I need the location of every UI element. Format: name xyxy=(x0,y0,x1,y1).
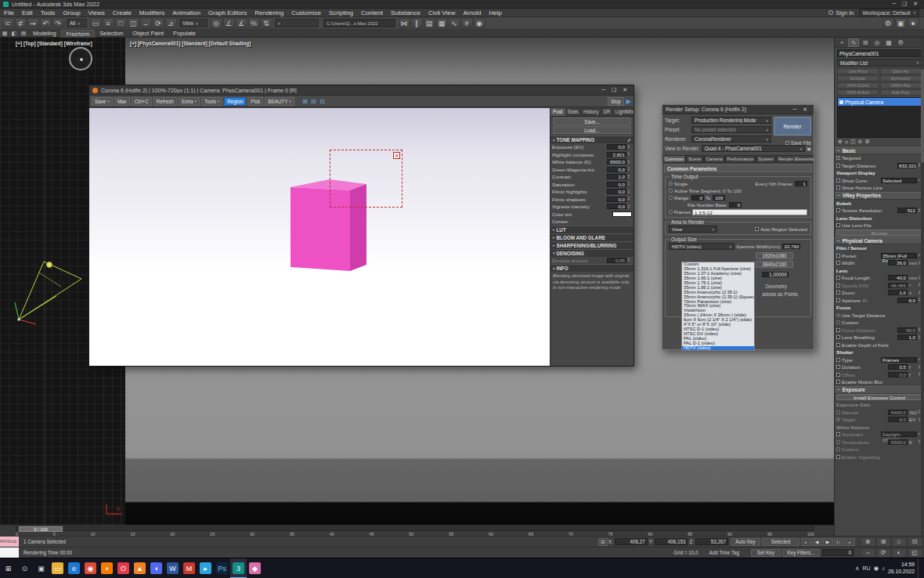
time-slider-track[interactable] xyxy=(16,526,814,531)
param-control[interactable] xyxy=(836,313,840,317)
region-close-icon[interactable]: ✕ xyxy=(393,152,400,159)
render-setup-dialog[interactable]: Render Setup: Corona 6 (Hotfix 2) ─ ✕ Ta… xyxy=(662,104,814,350)
param-control[interactable] xyxy=(836,208,840,212)
spinner[interactable]: ▴▾ xyxy=(628,258,632,262)
window-crossing-icon[interactable]: ◫ xyxy=(128,18,139,28)
vfb-load-config-button[interactable]: Load... xyxy=(553,126,631,134)
vfb-tab[interactable]: DR xyxy=(601,108,613,116)
taskbar-start-icon[interactable]: ⊞ xyxy=(0,558,16,578)
modifier-button[interactable]: Use Pivot xyxy=(837,68,879,74)
param-control[interactable] xyxy=(836,276,840,280)
frames-input[interactable]: 1,3,5-12 xyxy=(692,209,807,215)
param-row[interactable]: Enable Depth of Field ▴▾ xyxy=(835,341,924,349)
param-row[interactable]: Target Distance: 832,321 ▴▾ xyxy=(835,162,924,170)
region-select-icon[interactable]: □ xyxy=(115,18,127,28)
output-size-option[interactable]: HDTV (video) xyxy=(682,346,754,351)
param-row[interactable]: Zoom: 1,0 x ▴▾ xyxy=(835,289,924,297)
corona-minimize-icon[interactable]: ─ xyxy=(601,87,605,93)
param-row[interactable]: Custom ▴▾ xyxy=(835,446,924,453)
param-row[interactable]: Shutter ▴▾ xyxy=(835,349,924,356)
menu-item[interactable]: Group xyxy=(59,9,84,16)
select-link-icon[interactable]: ⊂ xyxy=(2,18,14,28)
select-by-name-icon[interactable]: ≡ xyxy=(103,18,114,28)
save-file-checkbox[interactable]: Save File xyxy=(785,140,811,146)
taskbar-word-icon[interactable]: W xyxy=(164,558,181,578)
param-row[interactable]: Texture Resolution 512 ▴▾ xyxy=(835,207,924,215)
selection-lock-icon[interactable]: ⊡ xyxy=(598,538,608,546)
key-filters-button[interactable]: Key Filters... xyxy=(782,549,820,557)
param-control[interactable] xyxy=(836,320,840,324)
target-dropdown[interactable]: Production Rendering Mode xyxy=(691,117,771,124)
render-setup-tab[interactable]: System xyxy=(756,155,776,162)
param-row[interactable]: Show Cone: Selected ▴▾ xyxy=(835,177,924,185)
menu-item[interactable]: Rendering xyxy=(251,9,287,16)
tone-row[interactable]: Exposure (EV) 0,0 ▴▾ xyxy=(550,143,633,151)
param-row[interactable]: Duration: 0,5 f ▴▾ xyxy=(835,363,924,371)
area-to-render-dropdown[interactable]: View xyxy=(669,226,717,233)
tone-row[interactable]: Filmic highlights: 0,0 ▴▾ xyxy=(550,188,633,196)
display-tab-icon[interactable]: ▦ xyxy=(883,38,894,47)
rollout-exposure[interactable]: −Exposure xyxy=(835,386,924,394)
file-number-base-field[interactable]: 0 xyxy=(729,202,742,208)
reference-coordinate-dropdown[interactable]: View xyxy=(179,19,208,27)
vfb-copy-button[interactable]: Ctrl+C xyxy=(132,97,152,106)
menu-item[interactable]: Content xyxy=(357,9,387,16)
param-row[interactable]: Manual: 6400,0 ISO ▴▾ xyxy=(835,409,924,417)
param-row[interactable]: Use Target Distance ▴▾ xyxy=(835,312,924,320)
render-setup-tab[interactable]: Render Elements xyxy=(776,155,814,162)
show-end-result-icon[interactable]: ≡ xyxy=(845,139,848,145)
hierarchy-tab-icon[interactable]: ⊞ xyxy=(860,38,871,47)
param-row[interactable]: White Balance ▴▾ xyxy=(835,424,924,432)
vfb-stop-button[interactable]: Stop xyxy=(608,97,624,106)
ribbon-tab[interactable]: Populate xyxy=(168,30,200,37)
resolution-3840-button[interactable]: 3840x2160 xyxy=(756,261,793,268)
render-setup-tab[interactable]: Common xyxy=(662,155,686,162)
project-path-field[interactable]: C:\Users\Q...s Max 2022 xyxy=(323,19,395,27)
orbit-icon[interactable]: ⟳ xyxy=(876,548,891,558)
param-row[interactable]: Targeted ▴▾ xyxy=(835,154,924,162)
param-row[interactable]: Illuminant: Daylight (6500K) ▴▾ xyxy=(835,431,924,439)
play-button[interactable]: ▶ xyxy=(823,538,833,546)
section-bloom-glare[interactable]: ▸BLOOM AND GLARE xyxy=(550,233,633,241)
param-row[interactable]: Aperture: f / 8,0 ▴▾ xyxy=(835,297,924,305)
curves-row[interactable]: Curves: xyxy=(550,218,633,226)
param-control[interactable] xyxy=(836,298,840,302)
param-row[interactable]: Focus ▴▾ xyxy=(835,304,924,312)
tray-chevron-icon[interactable]: ∧ xyxy=(855,565,860,572)
corona-maximize-icon[interactable]: ❏ xyxy=(612,87,616,93)
render-setup-title-bar[interactable]: Render Setup: Corona 6 (Hotfix 2) ─ ✕ xyxy=(662,105,814,114)
bind-spacewarp-icon[interactable]: ⇝ xyxy=(27,18,39,28)
color-tint-row[interactable]: Color tint: xyxy=(550,211,633,219)
vfb-tab[interactable]: Post xyxy=(550,108,565,116)
time-slider-handle[interactable]: 0 / 100 xyxy=(19,526,63,532)
param-row[interactable]: Film / Sensor ▴▾ xyxy=(835,244,924,252)
mirror-icon[interactable]: ⋈ xyxy=(399,18,410,28)
param-control[interactable] xyxy=(836,254,840,258)
render-setup-close-icon[interactable]: ✕ xyxy=(803,107,807,113)
vfb-pass-dropdown[interactable]: BEAUTY xyxy=(265,97,294,106)
denoise-amount-row[interactable]: Denoise amount: 0,65 ▴▾ xyxy=(550,257,633,265)
rollout-basic[interactable]: −Basic xyxy=(835,146,924,154)
lock-view-icon[interactable]: ▣ xyxy=(807,146,811,151)
render-button[interactable]: Render xyxy=(774,117,811,135)
vfb-tab[interactable]: History xyxy=(581,108,601,116)
taskbar-firefox-icon[interactable]: ◗ xyxy=(99,558,115,578)
section-denoising[interactable]: ▾DENOISING xyxy=(550,249,633,257)
ribbon-tab[interactable]: Freeform xyxy=(61,30,96,38)
output-size-dropdown[interactable]: HDTV (video) xyxy=(669,243,735,250)
menu-item[interactable]: Help xyxy=(485,9,506,16)
select-object-icon[interactable]: ▭ xyxy=(90,18,102,28)
param-control[interactable] xyxy=(836,343,840,347)
param-row[interactable]: Target: 6,0 EV ▴▾ xyxy=(835,416,924,424)
percent-snap-icon[interactable]: % xyxy=(248,18,260,28)
maxscript-mini-listener[interactable] xyxy=(0,547,19,558)
taskbar-clock[interactable]: 14:59 26.10.2022 xyxy=(888,562,915,575)
select-scale-icon[interactable]: ⊿ xyxy=(165,18,177,28)
go-to-end-button[interactable]: » xyxy=(845,538,855,546)
param-control[interactable] xyxy=(836,380,840,384)
param-row[interactable]: Enable Motion Blur ▴▾ xyxy=(835,378,924,386)
snap-toggle-icon[interactable]: ∠ xyxy=(223,18,235,28)
param-control[interactable] xyxy=(836,186,840,190)
modifier-button[interactable]: Symmetry xyxy=(880,75,922,81)
range-radio[interactable] xyxy=(669,196,673,200)
